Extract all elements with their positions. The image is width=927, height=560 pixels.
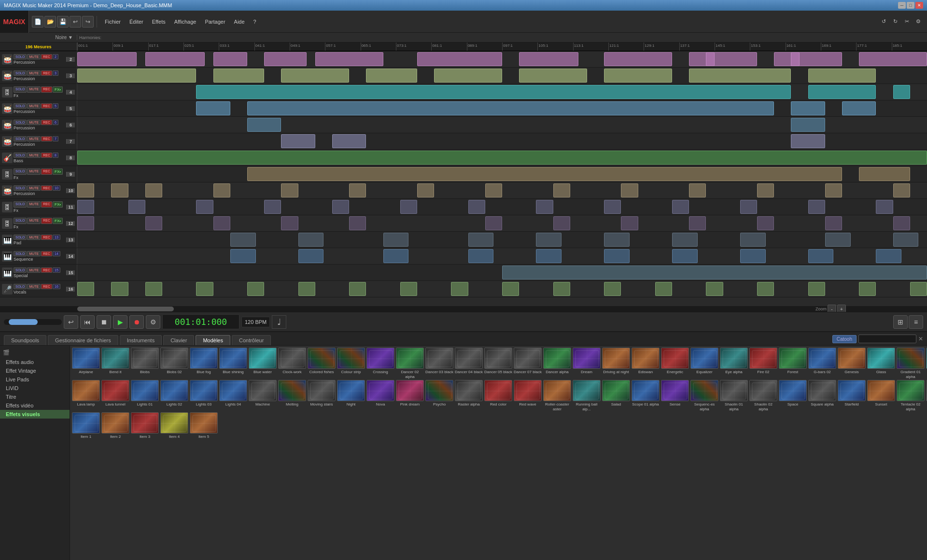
list-view-button[interactable]: ≡ — [909, 315, 923, 329]
menu-editer[interactable]: Éditer — [126, 17, 147, 27]
clip-15-11[interactable] — [604, 282, 621, 296]
position-scrollbar[interactable] — [4, 319, 62, 325]
list-item[interactable]: Driving at night — [602, 348, 630, 379]
clip-1-6[interactable] — [519, 52, 578, 66]
sidebar-livid[interactable]: LiViD — [0, 384, 70, 392]
list-item[interactable]: Blue fog — [190, 348, 218, 379]
list-item[interactable]: Salad — [602, 380, 630, 411]
solo-btn-15[interactable]: SOLO — [14, 284, 27, 289]
tool-settings2[interactable]: ⚙ — [913, 17, 923, 27]
clip-12-3[interactable] — [468, 233, 494, 247]
track-content-15[interactable] — [77, 281, 927, 297]
clip-15-6[interactable] — [349, 282, 366, 296]
rec-btn-5[interactable]: REC — [41, 120, 52, 125]
mute-btn-1[interactable]: MUTE — [27, 54, 41, 59]
list-item[interactable]: Tentacle 02 alpha — [897, 380, 925, 411]
clip-9-3[interactable] — [213, 183, 230, 197]
track-content-12[interactable] — [77, 232, 927, 248]
clip-11-6[interactable] — [553, 216, 570, 230]
clip-10-3[interactable] — [264, 200, 281, 214]
clip-9-9[interactable] — [621, 183, 638, 197]
list-item[interactable]: Dancer 04 black — [455, 348, 483, 379]
hscroll-thumb[interactable] — [77, 307, 174, 311]
list-item[interactable]: Lava lamp — [72, 380, 100, 411]
clip-15-9[interactable] — [502, 282, 519, 296]
clip-13-0[interactable] — [230, 249, 256, 263]
menu-fichier[interactable]: Fichier — [101, 17, 125, 27]
list-item[interactable]: Starfield — [838, 380, 866, 411]
list-item[interactable]: Item 4 — [160, 412, 188, 439]
clip-15-12[interactable] — [655, 282, 672, 296]
clip-9-4[interactable] — [281, 183, 298, 197]
clip-11-8[interactable] — [689, 216, 706, 230]
sidebar-effet-vintage[interactable]: Effet Vintage — [0, 366, 70, 375]
clip-15-14[interactable] — [757, 282, 774, 296]
clip-15-7[interactable] — [400, 282, 417, 296]
clip-2-3[interactable] — [366, 69, 417, 83]
track-content-1[interactable] — [77, 51, 927, 67]
clip-10-7[interactable] — [536, 200, 553, 214]
tab-instruments[interactable]: Instruments — [120, 335, 162, 345]
misc-btn-9[interactable]: 10 — [53, 185, 60, 191]
clip-10-10[interactable] — [740, 200, 757, 214]
track-content-11[interactable] — [77, 215, 927, 231]
menu-affichage[interactable]: Affichage — [170, 17, 200, 27]
clip-8-0[interactable] — [247, 167, 842, 181]
clip-3-2[interactable] — [893, 85, 910, 99]
clip-9-6[interactable] — [417, 183, 434, 197]
solo-btn-6[interactable]: SOLO — [14, 136, 27, 141]
noire-label[interactable]: Noire ▼ — [55, 35, 73, 40]
rec-btn-12[interactable]: REC — [41, 235, 52, 240]
clip-7-0[interactable] — [77, 151, 927, 165]
clip-15-5[interactable] — [298, 282, 315, 296]
clip-9-5[interactable] — [349, 183, 366, 197]
list-item[interactable]: Nova — [366, 380, 394, 411]
clip-10-11[interactable] — [808, 200, 825, 214]
clip-2-2[interactable] — [281, 69, 349, 83]
list-item[interactable]: Dancer 02 alpha — [396, 348, 424, 379]
misc-btn-13[interactable]: 14 — [53, 251, 60, 256]
clip-10-12[interactable] — [876, 200, 893, 214]
clip-13-6[interactable] — [672, 249, 698, 263]
list-item[interactable]: Red color — [484, 380, 512, 411]
clip-11-0[interactable] — [77, 216, 94, 230]
clip-15-8[interactable] — [451, 282, 468, 296]
clip-12-6[interactable] — [672, 233, 698, 247]
list-item[interactable]: Forest — [779, 348, 807, 379]
track-content-9[interactable] — [77, 182, 927, 198]
clip-15-3[interactable] — [196, 282, 213, 296]
list-item[interactable]: Blobs 02 — [160, 348, 188, 379]
clip-9-0[interactable] — [77, 183, 94, 197]
clip-2-1[interactable] — [213, 69, 265, 83]
clip-2-8[interactable] — [808, 69, 876, 83]
clip-10-4[interactable] — [332, 200, 349, 214]
list-item[interactable]: G-bars 02 — [808, 348, 836, 379]
clip-9-7[interactable] — [485, 183, 502, 197]
track-content-6[interactable] — [77, 133, 927, 149]
solo-btn-8[interactable]: SOLO — [14, 168, 27, 175]
tab-controleur[interactable]: Contrôleur — [232, 335, 271, 345]
mute-btn-5[interactable]: MUTE — [27, 120, 41, 125]
list-item[interactable]: Night — [337, 380, 365, 411]
clip-12-1[interactable] — [298, 233, 324, 247]
sidebar-effets-visuels[interactable]: Effets visuels — [0, 410, 70, 419]
list-item[interactable]: Fire 02 — [749, 348, 777, 379]
search-close-button[interactable]: ✕ — [918, 336, 923, 342]
ruler-marks[interactable]: 001:1009:1017:1025:1033:1041:1049:1057:1… — [77, 42, 927, 51]
position-thumb[interactable] — [9, 319, 38, 325]
fx-btn-8[interactable]: FX• — [53, 168, 63, 175]
tab-soundpools[interactable]: Soundpools — [4, 335, 46, 345]
solo-btn-4[interactable]: SOLO — [14, 103, 27, 109]
rec-btn-9[interactable]: REC — [41, 185, 52, 191]
track-content-10[interactable] — [77, 199, 927, 215]
clip-3-0[interactable] — [196, 85, 791, 99]
list-item[interactable]: Shaolin 01 alpha — [720, 380, 748, 411]
tool-cut[interactable]: ✂ — [902, 17, 912, 27]
misc-btn-4[interactable]: 5 — [53, 103, 58, 109]
clip-13-1[interactable] — [298, 249, 324, 263]
clip-4-3[interactable] — [842, 101, 876, 115]
list-item[interactable]: Running ball alp... — [573, 380, 601, 411]
tool-pointer[interactable]: ↻ — [890, 17, 900, 27]
misc-btn-14[interactable]: 15 — [53, 267, 60, 273]
clip-12-9[interactable] — [893, 233, 919, 247]
